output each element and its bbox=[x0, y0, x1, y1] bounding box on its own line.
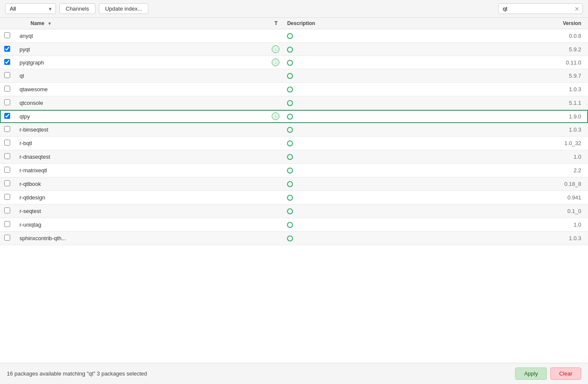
table-row: qtconsole5.1.1 bbox=[0, 96, 588, 110]
package-name: r-binseqtest bbox=[15, 123, 270, 137]
package-type-icon bbox=[270, 83, 283, 96]
status-circle bbox=[287, 127, 293, 133]
sort-icon: ▼ bbox=[47, 21, 52, 26]
package-type-icon bbox=[270, 69, 283, 83]
package-description bbox=[283, 43, 451, 56]
package-name: pyqtgraph bbox=[15, 56, 270, 69]
package-checkbox[interactable] bbox=[4, 72, 10, 78]
package-checkbox[interactable] bbox=[4, 140, 10, 146]
search-clear-button[interactable]: ✕ bbox=[574, 6, 580, 12]
package-checkbox[interactable] bbox=[4, 113, 10, 119]
package-checkbox[interactable] bbox=[4, 221, 10, 227]
package-type-icon: ↓ bbox=[270, 43, 283, 56]
table-row: r-qtldesign0.941 bbox=[0, 191, 588, 205]
status-circle bbox=[287, 181, 293, 187]
table-row: r-binseqtest1.0.3 bbox=[0, 123, 588, 137]
package-checkbox[interactable] bbox=[4, 59, 10, 65]
package-type-icon: ↓ bbox=[270, 110, 283, 123]
package-name: qt bbox=[15, 69, 270, 83]
table-row: r-seqtest0.1_0 bbox=[0, 205, 588, 218]
status-circle bbox=[287, 140, 293, 146]
empty-type bbox=[272, 126, 279, 132]
package-name: anyqt bbox=[15, 29, 270, 43]
package-version: 0.18_8 bbox=[452, 177, 588, 191]
installed-icon: ↓ bbox=[272, 59, 279, 66]
package-checkbox[interactable] bbox=[4, 153, 10, 159]
package-version: 0.1_0 bbox=[452, 205, 588, 218]
package-name: r-qtldesign bbox=[15, 191, 270, 205]
package-checkbox[interactable] bbox=[4, 126, 10, 132]
package-type-icon bbox=[270, 191, 283, 205]
package-checkbox[interactable] bbox=[4, 99, 10, 105]
package-checkbox[interactable] bbox=[4, 46, 10, 52]
table-row: r-qtlbook0.18_8 bbox=[0, 177, 588, 191]
status-circle bbox=[287, 60, 293, 66]
table-row: r-bqtl1.0_32 bbox=[0, 137, 588, 150]
package-description bbox=[283, 137, 451, 150]
package-name: r-qtlbook bbox=[15, 177, 270, 191]
package-type-icon bbox=[270, 218, 283, 232]
status-circle bbox=[287, 100, 293, 106]
status-circle bbox=[287, 235, 293, 241]
package-description bbox=[283, 191, 451, 205]
package-description bbox=[283, 177, 451, 191]
table-header-row: Name ▼ T Description Version bbox=[0, 18, 588, 29]
status-circle bbox=[287, 87, 293, 92]
package-description bbox=[283, 123, 451, 137]
package-type-icon bbox=[270, 123, 283, 137]
package-checkbox[interactable] bbox=[4, 180, 10, 186]
package-description bbox=[283, 232, 451, 245]
package-name: r-bqtl bbox=[15, 137, 270, 150]
package-description bbox=[283, 69, 451, 83]
package-version: 1.0.3 bbox=[452, 83, 588, 96]
empty-type bbox=[272, 180, 279, 187]
header-checkbox-col bbox=[0, 18, 15, 29]
filter-select[interactable]: All Installed Not installed Upgradable bbox=[5, 3, 56, 14]
status-circle bbox=[287, 222, 293, 228]
package-checkbox[interactable] bbox=[4, 167, 10, 173]
package-name: r-matrixeqtl bbox=[15, 164, 270, 177]
installed-icon: ↓ bbox=[272, 112, 279, 120]
package-version: 1.0.3 bbox=[452, 232, 588, 245]
package-version: 5.9.7 bbox=[452, 69, 588, 83]
package-type-icon bbox=[270, 177, 283, 191]
package-checkbox[interactable] bbox=[4, 235, 10, 241]
package-description bbox=[283, 218, 451, 232]
table-row: pyqtgraph↓0.11.0 bbox=[0, 56, 588, 69]
package-description bbox=[283, 29, 451, 43]
package-version: 1.0 bbox=[452, 150, 588, 164]
header-name[interactable]: Name ▼ bbox=[15, 18, 270, 29]
package-description bbox=[283, 96, 451, 110]
package-version: 1.0.3 bbox=[452, 123, 588, 137]
package-checkbox[interactable] bbox=[4, 194, 10, 200]
header-type: T bbox=[270, 18, 283, 29]
package-description bbox=[283, 150, 451, 164]
package-description bbox=[283, 83, 451, 96]
package-type-icon bbox=[270, 232, 283, 245]
table-row: sphinxcontrib-qth...1.0.3 bbox=[0, 232, 588, 245]
table-row: qt5.9.7 bbox=[0, 69, 588, 83]
table-row: qtpy↓1.9.0 bbox=[0, 110, 588, 123]
package-description bbox=[283, 110, 451, 123]
package-checkbox[interactable] bbox=[4, 86, 10, 92]
empty-type bbox=[272, 221, 279, 227]
empty-type bbox=[272, 193, 279, 200]
package-checkbox[interactable] bbox=[4, 207, 10, 213]
package-type-icon bbox=[270, 164, 283, 177]
package-checkbox[interactable] bbox=[4, 32, 10, 38]
channels-button[interactable]: Channels bbox=[59, 3, 95, 14]
toolbar: All Installed Not installed Upgradable ▼… bbox=[0, 0, 588, 18]
package-version: 1.0 bbox=[452, 218, 588, 232]
package-type-icon bbox=[270, 205, 283, 218]
update-index-button[interactable]: Update index... bbox=[99, 3, 148, 14]
search-input[interactable] bbox=[498, 3, 583, 14]
package-name: r-uniqtag bbox=[15, 218, 270, 232]
clear-button[interactable]: Clear bbox=[550, 367, 581, 380]
package-type-icon bbox=[270, 137, 283, 150]
footer-buttons: Apply Clear bbox=[515, 367, 581, 380]
status-circle bbox=[287, 208, 293, 214]
empty-type bbox=[272, 166, 279, 173]
empty-type bbox=[272, 153, 279, 160]
package-version: 5.1.1 bbox=[452, 96, 588, 110]
apply-button[interactable]: Apply bbox=[515, 367, 547, 380]
